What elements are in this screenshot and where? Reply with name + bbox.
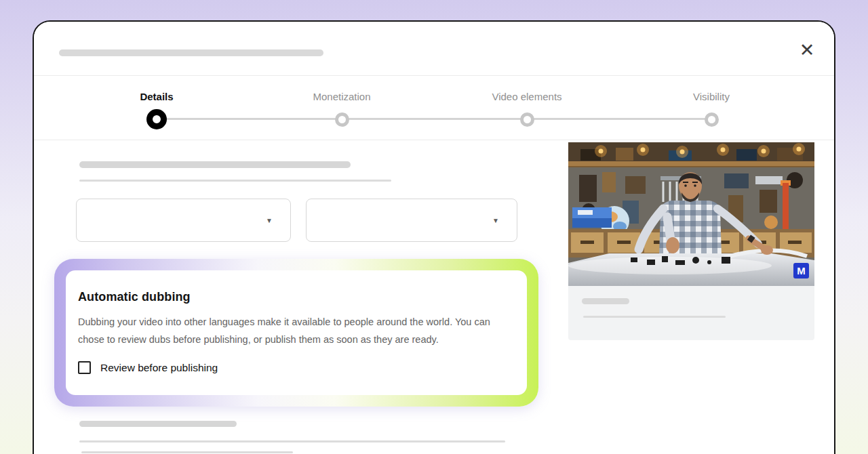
video-preview-card: M xyxy=(568,142,814,340)
step-dot-video-elements[interactable] xyxy=(520,112,534,127)
card-title: Automatic dubbing xyxy=(78,290,513,304)
video-thumbnail[interactable]: M xyxy=(568,142,814,286)
video-info-panel xyxy=(568,286,814,340)
step-dot-visibility[interactable] xyxy=(705,112,719,127)
stepper-track xyxy=(157,118,711,120)
upload-dialog: ✕ Details Monetization Video elements Vi… xyxy=(33,20,835,454)
step-label-monetization: Monetization xyxy=(313,91,370,102)
dialog-header: ✕ xyxy=(34,22,834,76)
field-hint-placeholder xyxy=(79,180,391,182)
stepper: Details Monetization Video elements Visi… xyxy=(34,76,834,140)
video-link-placeholder xyxy=(583,316,726,318)
field-label-placeholder xyxy=(79,161,351,168)
close-icon: ✕ xyxy=(800,40,815,60)
section-line-placeholder xyxy=(81,451,293,453)
chevron-down-icon: ▼ xyxy=(266,217,273,224)
checkbox-label: Review before publishing xyxy=(100,362,218,374)
checkbox[interactable] xyxy=(78,361,91,374)
channel-badge: M xyxy=(793,263,809,278)
review-before-publishing-option[interactable]: Review before publishing xyxy=(78,361,513,374)
step-label-video-elements: Video elements xyxy=(492,91,561,102)
step-dot-details[interactable] xyxy=(146,109,167,129)
section-label-placeholder xyxy=(79,421,237,427)
section-line-placeholder xyxy=(79,440,505,442)
step-label-visibility: Visibility xyxy=(693,91,730,102)
title-placeholder-bar xyxy=(59,49,323,56)
step-dot-monetization[interactable] xyxy=(335,112,349,127)
language-dropdown[interactable]: ▼ xyxy=(76,199,291,242)
svg-text:M: M xyxy=(797,265,806,276)
step-label-details: Details xyxy=(140,91,173,102)
automatic-dubbing-card-inner: Automatic dubbing Dubbing your video int… xyxy=(66,270,527,395)
close-button[interactable]: ✕ xyxy=(797,41,816,60)
caption-dropdown[interactable]: ▼ xyxy=(306,199,517,242)
video-title-placeholder xyxy=(582,298,629,304)
chevron-down-icon: ▼ xyxy=(492,217,499,224)
automatic-dubbing-card: Automatic dubbing Dubbing your video int… xyxy=(54,259,538,407)
card-description: Dubbing your video into other languages … xyxy=(78,313,513,348)
